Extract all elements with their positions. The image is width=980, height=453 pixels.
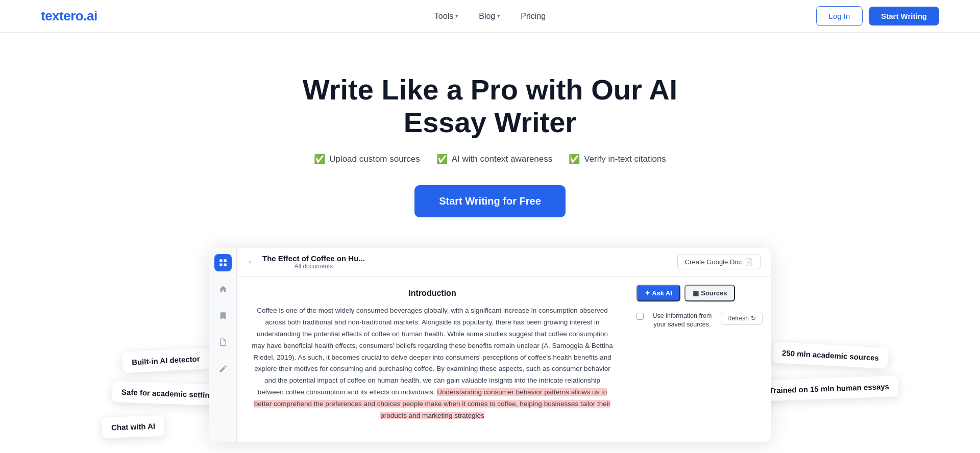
feature-text-1: Upload custom sources [329,154,420,164]
check-icon-3: ✅ [569,154,580,165]
ai-tabs: ✦ Ask AI ▦ Sources [636,285,763,301]
demo-header: ← The Effect of Coffee on Hu... All docu… [237,248,771,276]
hero-feature-3: ✅ Verify in-text citations [569,154,666,165]
sidebar-icon-home[interactable] [214,281,232,298]
hero-section: Write Like a Pro with Our AI Essay Write… [0,33,980,453]
sidebar-icon-app[interactable] [214,254,232,271]
ai-detector-label: Built-in AI detector [122,347,210,373]
academic-sources-label: 250 mln academic sources [772,342,889,369]
intro-heading: Introduction [251,289,614,298]
demo-container: ✓ Built-in AI detector Safe for academic… [133,248,847,442]
refresh-button[interactable]: Refresh ↻ [721,312,763,325]
create-gdoc-button[interactable]: Create Google Doc 📄 [677,255,761,269]
demo-sidebar [209,248,237,442]
svg-rect-2 [219,263,222,266]
doc-title-area: The Effect of Coffee on Hu... All docume… [262,254,365,270]
ask-ai-icon: ✦ [645,289,652,297]
sources-icon: ▦ [693,289,699,297]
ask-ai-tab[interactable]: ✦ Ask AI [636,285,680,301]
demo-text-area: Introduction Coffee is one of the most w… [237,276,628,442]
check-icon-1: ✅ [314,154,325,165]
nav-link-blog[interactable]: Blog ▾ [479,12,500,21]
trained-label: Trained on 15 mln human essays [760,375,898,401]
back-button[interactable]: ← [247,257,256,267]
tools-chevron-icon: ▾ [455,13,458,19]
svg-rect-1 [224,259,226,262]
hero-feature-1: ✅ Upload custom sources [314,154,420,165]
hero-features: ✅ Upload custom sources ✅ AI with contex… [314,154,666,165]
chat-ai-label: Chat with AI [102,415,164,438]
nav-links: Tools ▾ Blog ▾ Pricing [434,12,546,21]
demo-main: ← The Effect of Coffee on Hu... All docu… [237,248,771,442]
feature-text-3: Verify in-text citations [584,154,666,164]
ai-sources-row: Use information from your saved sources.… [636,312,763,330]
use-sources-checkbox[interactable] [636,313,644,320]
nav-actions: Log In Start Writing [816,6,939,26]
feature-text-2: AI with context awareness [452,154,552,164]
logo-text: textero. [41,8,87,23]
sources-tab[interactable]: ▦ Sources [684,285,735,301]
sidebar-icon-edit[interactable] [214,360,232,377]
logo-accent: ai [87,8,97,23]
blog-chevron-icon: ▾ [497,13,500,19]
login-button[interactable]: Log In [816,6,863,26]
nav-link-pricing[interactable]: Pricing [521,12,546,21]
demo-window: ← The Effect of Coffee on Hu... All docu… [209,248,771,442]
intro-text: Coffee is one of the most widely consume… [251,305,614,422]
sidebar-icon-bookmark[interactable] [214,307,232,324]
sidebar-icon-docs[interactable] [214,334,232,351]
svg-rect-3 [224,263,226,266]
hero-feature-2: ✅ AI with context awareness [436,154,552,165]
cta-button[interactable]: Start Writing for Free [414,185,566,217]
logo[interactable]: textero.ai [41,8,97,24]
nav-link-tools[interactable]: Tools ▾ [434,12,458,21]
svg-rect-0 [219,259,222,262]
gdoc-icon: 📄 [745,258,753,266]
start-writing-button[interactable]: Start Writing [869,7,939,26]
doc-title: The Effect of Coffee on Hu... [262,254,365,263]
hero-title: Write Like a Pro with Our AI Essay Write… [260,73,720,139]
check-icon-2: ✅ [436,154,448,165]
demo-ai-panel: ✦ Ask AI ▦ Sources Use information from … [628,276,771,442]
navbar: textero.ai Tools ▾ Blog ▾ Pricing Log In… [0,0,980,33]
refresh-icon: ↻ [751,315,756,322]
demo-content: Introduction Coffee is one of the most w… [237,276,771,442]
use-sources-text: Use information from your saved sources. [649,312,716,330]
doc-breadcrumb: All documents [262,263,365,270]
